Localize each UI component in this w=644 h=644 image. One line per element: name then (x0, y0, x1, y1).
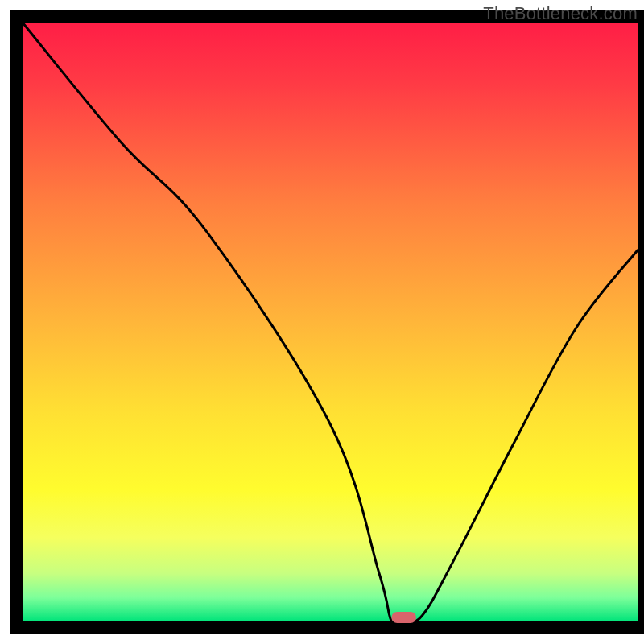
gradient-background (23, 23, 638, 621)
watermark-text: TheBottleneck.com (483, 3, 638, 24)
optimal-marker (391, 612, 416, 623)
bottleneck-chart (0, 0, 644, 644)
chart-container: TheBottleneck.com (0, 0, 644, 644)
